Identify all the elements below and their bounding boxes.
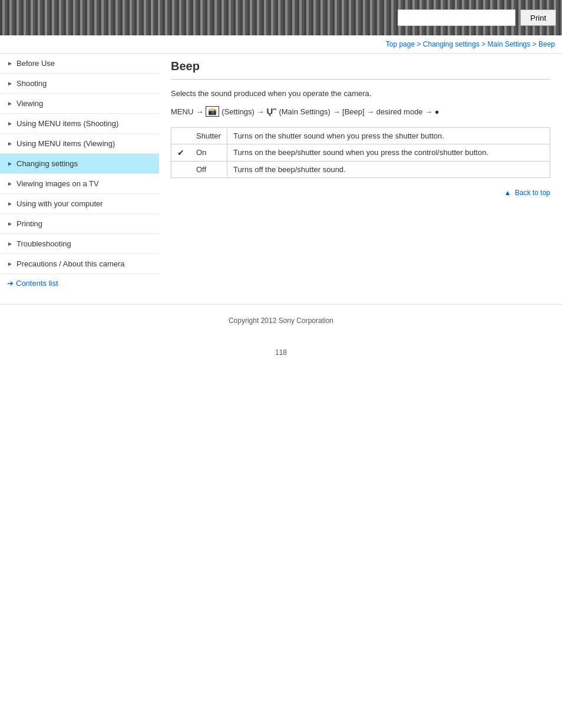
table-cell-check: ✔: [171, 144, 191, 162]
copyright-text: Copyright 2012 Sony Corporation: [229, 317, 333, 325]
table-cell-description: Turns off the beep/shutter sound.: [227, 162, 550, 178]
settings-icon: 📸: [206, 106, 219, 117]
table-row: Off Turns off the beep/shutter sound.: [171, 162, 550, 178]
sidebar-item-troubleshooting[interactable]: ► Troubleshooting: [0, 234, 159, 254]
contents-list-link[interactable]: ➔ Contents list: [0, 274, 159, 292]
back-to-top-label: Back to top: [515, 189, 550, 197]
table-row: Shutter Turns on the shutter sound when …: [171, 128, 550, 144]
page-title: Beep: [171, 60, 550, 80]
sidebar-item-using-computer[interactable]: ► Using with your computer: [0, 194, 159, 214]
breadcrumb: Top page > Changing settings > Main Sett…: [0, 35, 562, 53]
chevron-right-icon: ►: [7, 200, 13, 207]
sidebar-item-shooting[interactable]: ► Shooting: [0, 74, 159, 94]
sidebar-label: Viewing images on a TV: [16, 179, 99, 188]
sidebar-label: Changing settings: [16, 159, 78, 168]
description: Selects the sound produced when you oper…: [171, 89, 550, 98]
arrow-right-icon: ➔: [7, 279, 14, 288]
sidebar-item-viewing-tv[interactable]: ► Viewing images on a TV: [0, 174, 159, 194]
table-row: ✔ On Turns on the beep/shutter sound whe…: [171, 144, 550, 162]
chevron-right-icon: ►: [7, 80, 13, 87]
chevron-right-icon: ►: [7, 220, 13, 227]
layout: ► Before Use ► Shooting ► Viewing ► Usin…: [0, 53, 562, 292]
chevron-right-icon: ►: [7, 120, 13, 127]
sidebar-item-precautions[interactable]: ► Precautions / About this camera: [0, 254, 159, 274]
table-cell-check: [171, 162, 191, 178]
main-content: Beep Selects the sound produced when you…: [159, 53, 562, 220]
chevron-right-icon: ►: [7, 100, 13, 107]
sidebar-label: Shooting: [16, 79, 47, 88]
sidebar-item-before-use[interactable]: ► Before Use: [0, 54, 159, 74]
table-cell-check: [171, 128, 191, 144]
settings-table: Shutter Turns on the shutter sound when …: [171, 127, 550, 178]
main-settings-icon: Ųᵔ: [267, 106, 277, 117]
table-cell-description: Turns on the shutter sound when you pres…: [227, 128, 550, 144]
sidebar-label: Precautions / About this camera: [16, 259, 125, 268]
sidebar-label: Using MENU items (Shooting): [16, 119, 118, 128]
back-to-top: ▲ Back to top: [171, 189, 550, 197]
sidebar-label: Using MENU items (Viewing): [16, 139, 115, 148]
sidebar-label: Printing: [16, 219, 42, 228]
sidebar-label: Using with your computer: [16, 199, 103, 208]
breadcrumb-changing-settings[interactable]: Changing settings: [423, 40, 480, 48]
checkmark-icon: ✔: [177, 148, 184, 157]
page-number: 118: [0, 348, 562, 357]
contents-list-label: Contents list: [16, 279, 58, 288]
breadcrumb-top-page[interactable]: Top page: [386, 40, 415, 48]
chevron-right-icon: ►: [7, 180, 13, 187]
chevron-right-icon: ►: [7, 60, 13, 67]
sidebar: ► Before Use ► Shooting ► Viewing ► Usin…: [0, 53, 159, 292]
breadcrumb-main-settings[interactable]: Main Settings: [488, 40, 531, 48]
breadcrumb-current: Beep: [538, 40, 555, 48]
menu-keyword: MENU: [171, 107, 193, 116]
chevron-right-icon: ►: [7, 241, 13, 247]
sidebar-item-viewing[interactable]: ► Viewing: [0, 94, 159, 114]
search-input[interactable]: [398, 9, 515, 26]
sidebar-label: Viewing: [16, 99, 43, 108]
sidebar-item-changing-settings[interactable]: ► Changing settings: [0, 154, 159, 174]
chevron-right-icon: ►: [7, 160, 13, 167]
table-cell-mode: Off: [190, 162, 227, 178]
menu-path: MENU → 📸 (Settings) → Ųᵔ (Main Settings)…: [171, 106, 550, 117]
sidebar-label: Before Use: [16, 59, 55, 68]
sidebar-label: Troubleshooting: [16, 239, 71, 248]
chevron-right-icon: ►: [7, 140, 13, 147]
table-cell-description: Turns on the beep/shutter sound when you…: [227, 144, 550, 162]
sidebar-item-printing[interactable]: ► Printing: [0, 214, 159, 234]
chevron-right-icon: ►: [7, 261, 13, 267]
print-button[interactable]: Print: [520, 9, 556, 26]
triangle-up-icon: ▲: [504, 189, 511, 197]
back-to-top-link[interactable]: ▲ Back to top: [504, 189, 550, 197]
sidebar-item-menu-viewing[interactable]: ► Using MENU items (Viewing): [0, 134, 159, 154]
sidebar-item-menu-shooting[interactable]: ► Using MENU items (Shooting): [0, 114, 159, 134]
footer: Copyright 2012 Sony Corporation: [0, 304, 562, 337]
header: Print: [0, 0, 562, 35]
table-cell-mode: Shutter: [190, 128, 227, 144]
table-cell-mode: On: [190, 144, 227, 162]
